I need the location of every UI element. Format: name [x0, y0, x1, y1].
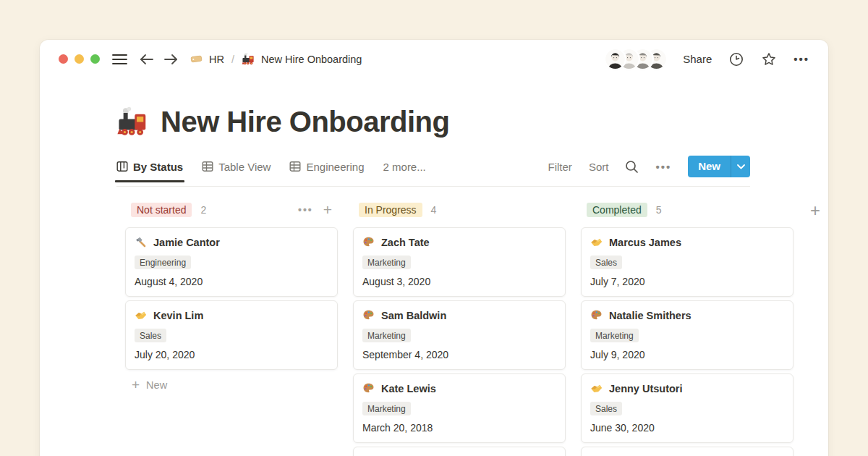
start-date: March 20, 2018: [362, 422, 556, 434]
breadcrumb-page[interactable]: New Hire Onboarding: [261, 54, 362, 65]
handshake-icon: [590, 382, 603, 394]
card-title: Zach Tate: [362, 236, 556, 248]
palette-icon: [362, 236, 375, 248]
start-date: July 20, 2020: [135, 349, 328, 360]
filter-button[interactable]: Filter: [548, 161, 572, 173]
card-name: Kevin Lim: [153, 310, 203, 321]
card-natalie-smithers[interactable]: Natalie SmithersMarketingJuly 9, 2020: [581, 300, 793, 370]
department-tag: Marketing: [362, 329, 411, 342]
card-shawn-newton[interactable]: Shawn Newton: [353, 447, 566, 456]
zoom-window-button[interactable]: [90, 54, 100, 64]
card-name: Jenny Utsutori: [609, 383, 683, 394]
card-name: Sam Baldwin: [381, 310, 446, 321]
card-title: Kevin Lim: [135, 309, 328, 321]
search-icon[interactable]: [625, 160, 639, 174]
card-title: Jamie Cantor: [135, 236, 328, 248]
card-title: Natalie Smithers: [590, 309, 784, 321]
column-not-started: Not started2•••+Jamie CantorEngineeringA…: [125, 201, 338, 391]
handshake-icon: [135, 309, 147, 321]
status-badge[interactable]: In Progress: [359, 203, 422, 217]
column-in-progress: In Progress4Zach TateMarketingAugust 3, …: [353, 201, 566, 456]
collaborator-avatars[interactable]: [605, 49, 666, 69]
card-jamie-cantor[interactable]: Jamie CantorEngineeringAugust 4, 2020: [125, 227, 338, 297]
department-tag: Sales: [135, 329, 166, 342]
more-options-icon[interactable]: •••: [793, 53, 809, 65]
palette-icon: [590, 309, 603, 321]
card-jenny-utsutori[interactable]: Jenny UtsutoriSalesJune 30, 2020: [581, 373, 793, 443]
card-title: Kate Lewis: [362, 382, 556, 394]
status-badge[interactable]: Not started: [131, 203, 192, 217]
titlebar: HR / New Hire Onboarding Share •••: [40, 40, 828, 78]
avatar-1[interactable]: [605, 49, 625, 69]
card-name: Marcus James: [609, 237, 681, 248]
tab-engineering[interactable]: Engineering: [289, 161, 364, 173]
tab-by-status[interactable]: By Status: [116, 161, 183, 173]
card-count: 2: [200, 204, 206, 216]
notion-window: HR / New Hire Onboarding Share ••• New H…: [40, 40, 828, 456]
sidebar-menu-icon[interactable]: [112, 54, 127, 65]
updates-clock-icon[interactable]: [728, 51, 744, 67]
card-title: Sam Baldwin: [362, 309, 556, 321]
tab-2-more[interactable]: 2 more...: [383, 161, 426, 173]
view-tabs: By StatusTable ViewEngineering2 more...: [116, 161, 426, 173]
column-completed: Completed5Marcus JamesSalesJuly 7, 2020N…: [581, 201, 793, 456]
tab-label: 2 more...: [383, 161, 426, 173]
new-button[interactable]: New: [688, 156, 750, 177]
column-header: Completed5: [587, 201, 788, 219]
card-count: 5: [656, 204, 662, 216]
sort-button[interactable]: Sort: [589, 161, 609, 173]
start-date: July 7, 2020: [590, 276, 784, 287]
card-sam-baldwin[interactable]: Sam BaldwinMarketingSeptember 4, 2020: [353, 300, 566, 370]
department-tag: Marketing: [362, 256, 411, 269]
plus-icon: +: [132, 379, 140, 391]
kanban-board: Not started2•••+Jamie CantorEngineeringA…: [125, 201, 828, 456]
tab-table-view[interactable]: Table View: [202, 161, 271, 173]
department-tag: Marketing: [590, 329, 639, 342]
favorite-star-icon[interactable]: [761, 51, 777, 67]
card-title: Marcus James: [590, 236, 784, 248]
card-matt-miller[interactable]: Matt Miller: [581, 447, 793, 456]
back-arrow-icon[interactable]: [140, 54, 154, 65]
add-column-button[interactable]: +: [810, 202, 820, 219]
card-name: Kate Lewis: [381, 383, 436, 394]
view-options-icon[interactable]: •••: [655, 161, 671, 173]
palette-icon: [362, 309, 375, 321]
tab-label: Engineering: [306, 161, 364, 173]
card-name: Jamie Cantor: [153, 237, 220, 248]
hammer-icon: [135, 236, 147, 248]
column-add-card-icon[interactable]: +: [323, 203, 332, 217]
minimize-window-button[interactable]: [75, 54, 84, 64]
forward-arrow-icon[interactable]: [163, 54, 178, 65]
department-tag: Sales: [590, 402, 622, 415]
page-title: New Hire Onboarding: [161, 104, 449, 139]
card-kate-lewis[interactable]: Kate LewisMarketingMarch 20, 2018: [353, 373, 566, 443]
start-date: September 4, 2020: [362, 349, 556, 360]
tab-label: Table View: [218, 161, 271, 173]
share-button[interactable]: Share: [683, 53, 712, 65]
card-kevin-lim[interactable]: Kevin LimSalesJuly 20, 2020: [125, 300, 338, 370]
card-zach-tate[interactable]: Zach TateMarketingAugust 3, 2020: [353, 227, 566, 297]
card-name: Zach Tate: [381, 237, 430, 248]
start-date: June 30, 2020: [590, 422, 784, 434]
add-card-label: New: [146, 379, 167, 391]
start-date: July 9, 2020: [590, 349, 784, 360]
card-title: Jenny Utsutori: [590, 382, 784, 394]
new-button-label[interactable]: New: [688, 156, 731, 177]
board-view-icon: [116, 161, 128, 172]
window-controls: [59, 54, 100, 64]
department-tag: Sales: [590, 256, 622, 269]
column-options-icon[interactable]: •••: [298, 204, 313, 216]
card-name: Natalie Smithers: [609, 310, 692, 321]
status-badge[interactable]: Completed: [587, 203, 647, 217]
add-card-button[interactable]: +New: [132, 379, 338, 391]
column-header: In Progress4: [359, 201, 560, 219]
chevron-down-icon[interactable]: [731, 156, 750, 177]
table-view-icon: [289, 161, 301, 172]
column-header: Not started2•••+: [131, 201, 332, 219]
card-marcus-james[interactable]: Marcus JamesSalesJuly 7, 2020: [581, 227, 793, 297]
train-icon: [116, 105, 150, 138]
close-window-button[interactable]: [59, 54, 68, 64]
view-bar: By StatusTable ViewEngineering2 more... …: [116, 156, 750, 187]
breadcrumb-root[interactable]: HR: [209, 54, 224, 65]
tab-label: By Status: [133, 161, 183, 173]
